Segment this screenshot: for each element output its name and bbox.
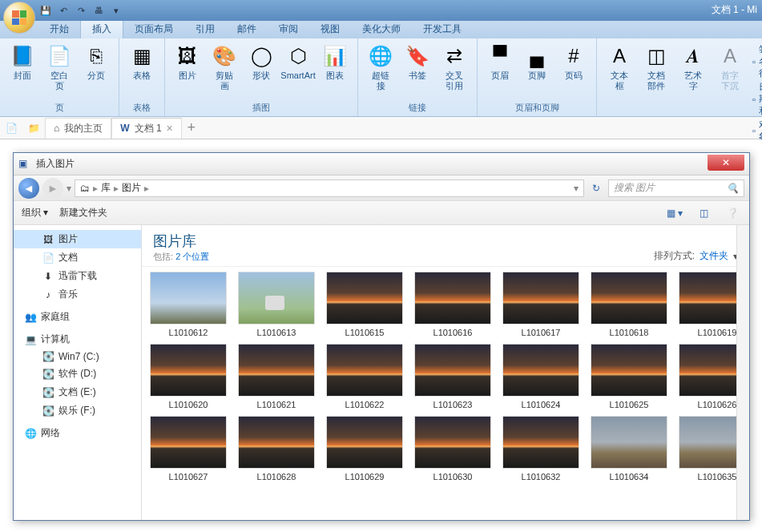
nav-computer[interactable]: 💻计算机 (14, 326, 141, 349)
thumbnail-item[interactable]: L1010616 (414, 272, 491, 337)
breadcrumb[interactable]: 🗂 ▸ 库 ▸ 图片 ▸ ▾ (75, 179, 584, 197)
pagenum-button[interactable]: #页码 (556, 42, 591, 83)
nav-library-item[interactable]: ⬇迅雷下载 (14, 267, 141, 285)
thumbnail-item[interactable]: L1010612 (150, 272, 227, 337)
drive-icon: 💽 (42, 387, 54, 398)
thumbnail-item[interactable]: L1010625 (591, 344, 667, 409)
organize-button[interactable]: 组织 ▾ (22, 206, 48, 220)
nav-drive-item[interactable]: 💽软件 (D:) (14, 365, 141, 383)
library-locations-link[interactable]: 2 个位置 (175, 252, 209, 261)
textbox-button[interactable]: A文本框 (602, 42, 637, 93)
thumbnail-image (326, 416, 403, 469)
refresh-button[interactable]: ↻ (587, 183, 605, 194)
breadcrumb-dropdown-icon[interactable]: ▾ (574, 183, 579, 194)
ribbon-small-item[interactable]: ▫签名行 (752, 43, 762, 79)
thumbnail-item[interactable]: L1010617 (502, 272, 579, 337)
blank-button[interactable]: 📄空白页 (42, 42, 77, 93)
cover-button[interactable]: 📘封面 (5, 42, 40, 83)
header-button[interactable]: ▀页眉 (482, 42, 518, 83)
break-button[interactable]: ⎘分页 (79, 42, 114, 83)
thumbnail-item[interactable]: L1010629 (326, 416, 403, 482)
nav-drive-item[interactable]: 💽Win7 (C:) (14, 349, 141, 365)
thumbnail-item[interactable]: L1010622 (326, 344, 403, 409)
doctab-document-1[interactable]: W 文档 1 × (111, 118, 182, 139)
redo-icon[interactable]: ↷ (74, 3, 88, 18)
ribbon-small-item[interactable]: ▫日期和 (752, 81, 762, 117)
qat-dropdown-icon[interactable]: ▾ (109, 3, 123, 18)
thumbnail-item[interactable]: L1010620 (150, 344, 227, 409)
undo-icon[interactable]: ↶ (56, 3, 71, 18)
new-doc-icon[interactable]: 📄 (2, 119, 21, 138)
footer-button[interactable]: ▄页脚 (519, 42, 554, 83)
thumbnail-item[interactable]: L1010628 (238, 416, 315, 482)
preview-pane-button[interactable]: ◫ (695, 208, 712, 219)
picture-button[interactable]: 🖼图片 (170, 42, 205, 83)
thumbnail-item[interactable]: L1010623 (414, 344, 491, 409)
tab-review[interactable]: 审阅 (268, 20, 309, 38)
arrange-by[interactable]: 排列方式: 文件夹 ▾ (654, 249, 738, 263)
view-mode-button[interactable]: ▦ ▾ (666, 208, 683, 219)
nav-drive-item[interactable]: 💽文档 (E:) (14, 383, 141, 401)
thumbnail-item[interactable]: L1010627 (150, 416, 227, 482)
tab-layout[interactable]: 页面布局 (123, 20, 184, 38)
scrollbar[interactable] (736, 225, 749, 520)
open-folder-icon[interactable]: 📁 (24, 119, 43, 138)
arrange-value[interactable]: 文件夹 (700, 249, 728, 263)
bookmark-icon: 🔖 (405, 43, 430, 69)
tab-mail[interactable]: 邮件 (226, 20, 268, 38)
blank-icon: 📄 (46, 43, 72, 69)
nav-library-item[interactable]: 🖼图片 (14, 230, 141, 248)
ribbon-button-label: 页眉 (491, 71, 509, 81)
doctab-home[interactable]: ⌂ 我的主页 (45, 118, 111, 139)
shapes-button[interactable]: ◯形状 (244, 42, 279, 83)
nav-history-dropdown-icon[interactable]: ▾ (67, 183, 71, 194)
insert-picture-dialog: ▣ 插入图片 ✕ ◄ ► ▾ 🗂 ▸ 库 ▸ 图片 ▸ ▾ ↻ 搜索 图片 🔍 (13, 152, 750, 521)
dialog-titlebar[interactable]: ▣ 插入图片 ✕ (14, 153, 749, 175)
new-tab-button[interactable]: + (182, 119, 201, 136)
save-icon[interactable]: 💾 (38, 3, 53, 18)
nav-library-item[interactable]: 📄文档 (14, 248, 141, 267)
search-input[interactable]: 搜索 图片 🔍 (608, 179, 744, 197)
crossref-button[interactable]: ⇄交叉 引用 (437, 42, 472, 93)
breadcrumb-item[interactable]: 库 (101, 181, 111, 195)
nav-network[interactable]: 🌐网络 (14, 420, 141, 442)
smartart-button[interactable]: ⬡SmartArt (280, 42, 316, 83)
clipart-button[interactable]: 🎨剪贴画 (207, 42, 242, 93)
ribbon-group: 📘封面📄空白页⎘分页页 (0, 38, 119, 116)
thumbnail-item[interactable]: L1010634 (591, 416, 667, 482)
nav-homegroup[interactable]: 👥家庭组 (14, 304, 141, 326)
office-button[interactable] (3, 2, 35, 34)
wordart-button[interactable]: 𝑨艺术字 (675, 42, 711, 93)
thumbnail-item[interactable]: L1010632 (502, 416, 579, 482)
bookmark-button[interactable]: 🔖书签 (400, 42, 435, 83)
dropcap-button[interactable]: A首字下沉 (712, 42, 748, 93)
tab-devtools[interactable]: 开发工具 (412, 20, 473, 38)
tab-home[interactable]: 开始 (38, 20, 80, 38)
tab-beautify[interactable]: 美化大师 (351, 20, 412, 38)
thumbnail-item[interactable]: L1010618 (591, 272, 667, 337)
hyperlink-button[interactable]: 🌐超链接 (363, 42, 398, 93)
nav-drive-item[interactable]: 💽娱乐 (F:) (14, 401, 141, 420)
thumbnail-item[interactable]: L1010613 (238, 272, 315, 337)
nav-library-item[interactable]: ♪音乐 (14, 285, 141, 304)
tab-view[interactable]: 视图 (309, 20, 351, 38)
thumbnail-item[interactable]: L1010624 (502, 344, 579, 409)
thumbnail-item[interactable]: L1010615 (326, 272, 403, 337)
tab-references[interactable]: 引用 (184, 20, 226, 38)
thumbnail-item[interactable]: L1010630 (414, 416, 491, 482)
close-icon[interactable]: × (167, 122, 173, 135)
dialog-close-button[interactable]: ✕ (708, 155, 744, 171)
thumbnail-image (414, 416, 491, 469)
table-button[interactable]: ▦表格 (124, 42, 159, 83)
chevron-right-icon: ▸ (114, 183, 119, 194)
new-folder-button[interactable]: 新建文件夹 (59, 206, 107, 220)
help-button[interactable]: ❔ (724, 208, 741, 219)
thumbnail-item[interactable]: L1010621 (238, 344, 315, 409)
chart-button[interactable]: 📊图表 (317, 42, 353, 83)
breadcrumb-item[interactable]: 图片 (122, 181, 141, 195)
nav-forward-button[interactable]: ► (42, 178, 63, 199)
print-icon[interactable]: 🖶 (91, 3, 106, 18)
nav-back-button[interactable]: ◄ (18, 178, 39, 199)
parts-button[interactable]: ◫文档部件 (639, 42, 674, 93)
tab-insert[interactable]: 插入 (80, 19, 123, 38)
